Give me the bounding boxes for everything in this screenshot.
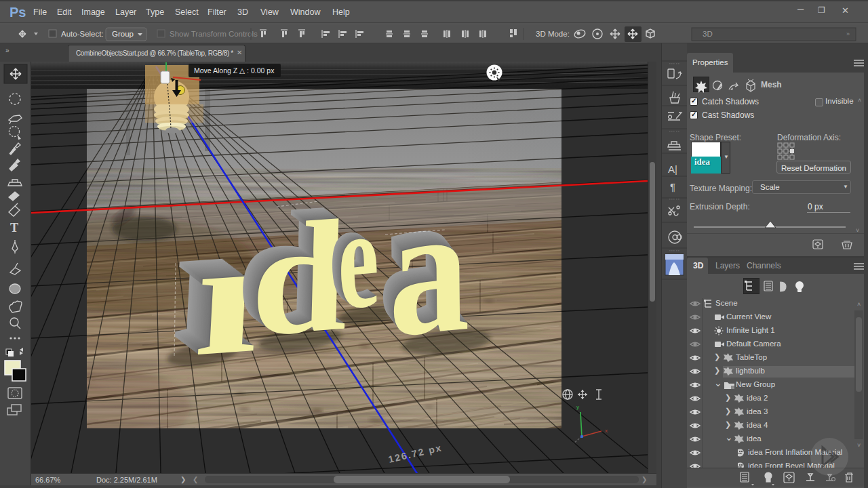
svg-text:e: e: [335, 177, 381, 340]
svg-text:T: T: [10, 221, 18, 235]
svg-text:a: a: [387, 165, 470, 375]
svg-text:A|: A|: [668, 163, 677, 175]
svg-text:x: x: [605, 428, 608, 434]
svg-text:Group: Group: [112, 30, 134, 38]
svg-text:¶: ¶: [670, 181, 675, 192]
svg-text:y: y: [576, 404, 579, 410]
svg-text:Move Along Z △ : 0.00 px: Move Along Z △ : 0.00 px: [194, 66, 275, 75]
svg-text:Show Transform Controls: Show Transform Controls: [170, 30, 258, 38]
svg-text:3D: 3D: [703, 30, 713, 38]
svg-text:Auto-Select:: Auto-Select:: [61, 30, 104, 38]
svg-text:3D Mode:: 3D Mode:: [536, 30, 570, 38]
svg-text:»: »: [846, 30, 850, 37]
